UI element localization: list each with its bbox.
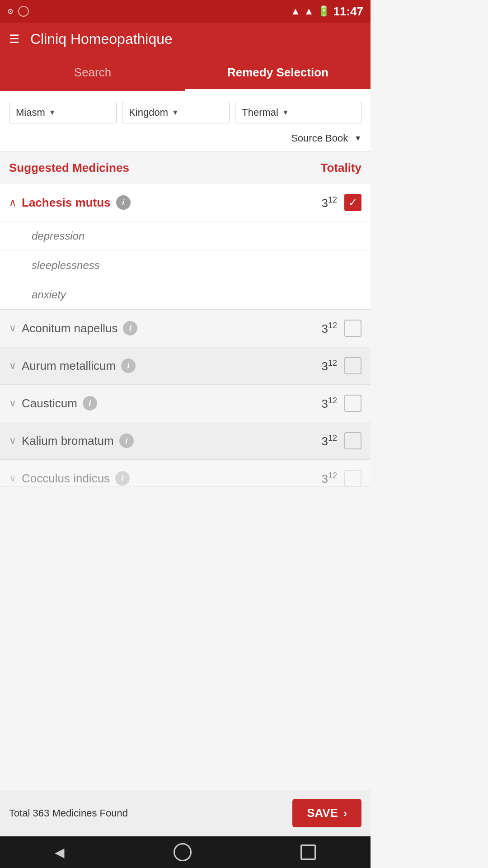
expand-icon-aconitum[interactable]: ∨ <box>9 322 16 334</box>
totality-aconitum: 312 <box>322 321 338 336</box>
totality-kalium: 312 <box>322 434 338 448</box>
status-bar-right: ▲ ▲ 🔋 11:47 <box>291 5 363 19</box>
info-icon-kalium[interactable]: i <box>119 434 134 448</box>
totality-column-header: Totality <box>320 161 361 175</box>
tab-bar: Search Remedy Selection <box>0 56 371 91</box>
medicine-row-aconitum: ∨ Aconitum napellus i 312 <box>0 310 371 347</box>
medicine-row-header-causticum[interactable]: ∨ Causticum i 312 <box>0 385 371 422</box>
sub-items-lachesis: depression sleeplessness anxiety <box>0 221 371 309</box>
medicine-right-aurum: 312 <box>322 357 362 374</box>
medicine-row-header-lachesis[interactable]: ∧ Lachesis mutus i 312 ✓ <box>0 184 371 221</box>
info-icon-aurum[interactable]: i <box>121 359 136 373</box>
sub-item-anxiety: anxiety <box>0 280 371 309</box>
sub-item-sleeplessness: sleeplessness <box>0 250 371 280</box>
medicine-row-partial-cocculus[interactable]: ∨ Cocculus indicus i 312 <box>0 460 371 487</box>
medicine-right-aconitum: 312 <box>322 320 362 337</box>
kingdom-dropdown[interactable]: Kingdom ▼ <box>122 102 230 123</box>
medicine-left-aconitum: ∨ Aconitum napellus i <box>9 321 137 335</box>
expand-icon-aurum[interactable]: ∨ <box>9 360 16 372</box>
sourcebook-label: Source Book <box>291 132 348 144</box>
kingdom-label: Kingdom <box>129 107 168 118</box>
app-title: Cliniq Homeopathique <box>30 31 173 47</box>
medicine-right-kalium: 312 <box>322 432 362 449</box>
sourcebook-dropdown[interactable]: Source Book ▼ <box>291 132 361 144</box>
medicine-name-cocculus: Cocculus indicus <box>22 472 110 486</box>
table-header: Suggested Medicines Totality <box>0 152 371 184</box>
medicine-row-header-kalium[interactable]: ∨ Kalium bromatum i 312 <box>0 422 371 459</box>
medicine-row-aurum: ∨ Aurum metallicum i 312 <box>0 347 371 385</box>
wifi-icon: ▲ <box>291 5 300 17</box>
thermal-dropdown[interactable]: Thermal ▼ <box>235 102 361 123</box>
filters-row-2: Source Book ▼ <box>0 128 371 151</box>
totality-aurum: 312 <box>322 359 338 373</box>
tab-remedy-selection[interactable]: Remedy Selection <box>185 56 371 90</box>
medicine-name-kalium: Kalium bromatum <box>22 434 114 448</box>
medicine-row-cocculus: ∨ Cocculus indicus i 312 <box>0 460 371 487</box>
medicine-row-lachesis: ∧ Lachesis mutus i 312 ✓ depression slee… <box>0 184 371 310</box>
medicines-column-header: Suggested Medicines <box>9 161 129 175</box>
medicine-row-header-aurum[interactable]: ∨ Aurum metallicum i 312 <box>0 347 371 384</box>
status-bar: ⚙ ▲ ▲ 🔋 11:47 <box>0 0 371 23</box>
checkbox-kalium[interactable] <box>344 432 361 449</box>
info-icon-causticum[interactable]: i <box>83 396 97 410</box>
thermal-arrow-icon: ▼ <box>282 108 289 117</box>
checkbox-causticum[interactable] <box>344 395 361 412</box>
expand-icon-causticum[interactable]: ∨ <box>9 397 16 409</box>
sub-item-depression: depression <box>0 221 371 250</box>
totality-causticum: 312 <box>322 396 338 411</box>
medicine-list: ∧ Lachesis mutus i 312 ✓ depression slee… <box>0 184 371 487</box>
medicine-row-kalium: ∨ Kalium bromatum i 312 <box>0 422 371 460</box>
checkbox-aconitum[interactable] <box>344 320 361 337</box>
info-icon-lachesis[interactable]: i <box>116 195 131 210</box>
info-icon-aconitum[interactable]: i <box>123 321 137 335</box>
medicine-right-cocculus: 312 <box>322 470 362 487</box>
settings-icon[interactable]: ⚙ <box>7 7 14 16</box>
medicine-name-lachesis: Lachesis mutus <box>22 196 111 210</box>
circle-status-icon <box>18 6 29 17</box>
thermal-label: Thermal <box>242 107 278 118</box>
status-bar-left: ⚙ <box>7 6 29 17</box>
medicine-left-causticum: ∨ Causticum i <box>9 396 97 410</box>
medicine-left-lachesis: ∧ Lachesis mutus i <box>9 195 131 210</box>
expand-icon-kalium[interactable]: ∨ <box>9 435 16 447</box>
time-display: 11:47 <box>333 5 364 19</box>
signal-icon: ▲ <box>304 5 314 17</box>
app-header: ☰ Cliniq Homeopathique <box>0 23 371 56</box>
totality-lachesis: 312 <box>322 195 338 210</box>
checkbox-aurum[interactable] <box>344 357 361 374</box>
checkbox-lachesis[interactable]: ✓ <box>344 194 361 211</box>
miasm-arrow-icon: ▼ <box>49 108 56 117</box>
expand-icon-cocculus[interactable]: ∨ <box>9 472 16 484</box>
filters-row-1: Miasm ▼ Kingdom ▼ Thermal ▼ <box>0 91 371 128</box>
battery-icon: 🔋 <box>318 5 330 17</box>
totality-cocculus: 312 <box>322 471 338 486</box>
tab-search[interactable]: Search <box>0 56 185 90</box>
hamburger-menu-icon[interactable]: ☰ <box>9 32 19 46</box>
medicine-row-header-aconitum[interactable]: ∨ Aconitum napellus i 312 <box>0 310 371 347</box>
kingdom-arrow-icon: ▼ <box>172 108 179 117</box>
medicine-name-causticum: Causticum <box>22 396 77 410</box>
medicine-name-aconitum: Aconitum napellus <box>22 321 117 335</box>
miasm-label: Miasm <box>16 107 45 118</box>
medicine-right-causticum: 312 <box>322 395 362 412</box>
sourcebook-arrow-icon: ▼ <box>354 134 361 142</box>
info-icon-cocculus[interactable]: i <box>115 471 130 486</box>
medicine-left-aurum: ∨ Aurum metallicum i <box>9 359 136 373</box>
checkbox-cocculus[interactable] <box>344 470 361 487</box>
medicine-left-kalium: ∨ Kalium bromatum i <box>9 434 134 448</box>
medicine-left-cocculus: ∨ Cocculus indicus i <box>9 471 130 486</box>
medicine-row-causticum: ∨ Causticum i 312 <box>0 385 371 422</box>
collapse-icon-lachesis[interactable]: ∧ <box>9 197 16 208</box>
medicine-name-aurum: Aurum metallicum <box>22 359 116 373</box>
miasm-dropdown[interactable]: Miasm ▼ <box>9 102 117 123</box>
medicine-right-lachesis: 312 ✓ <box>322 194 362 211</box>
